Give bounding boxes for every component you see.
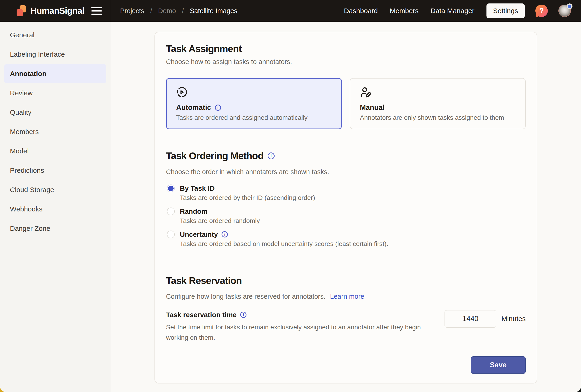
sidebar-item-quality[interactable]: Quality — [0, 103, 111, 122]
minutes-unit-label: Minutes — [502, 315, 526, 323]
ordering-radio-group: By Task ID Tasks are ordered by their ID… — [166, 185, 526, 248]
nav-members[interactable]: Members — [390, 7, 418, 15]
top-navigation: Dashboard Members Data Manager — [344, 7, 474, 15]
save-button[interactable]: Save — [471, 356, 526, 374]
assignment-option-cards: Automatic i Tasks are ordered and assign… — [166, 78, 526, 129]
notification-badge — [567, 3, 572, 9]
user-pen-icon — [360, 86, 372, 98]
sidebar-item-webhooks[interactable]: Webhooks — [0, 199, 111, 219]
brand-area: HumanSignal — [0, 0, 111, 22]
reservation-time-label: Task reservation time — [166, 311, 236, 319]
humansignal-logo-icon[interactable] — [15, 5, 27, 17]
sidebar-item-annotation[interactable]: Annotation — [4, 64, 106, 83]
manual-card-description: Annotators are only shown tasks assigned… — [360, 114, 516, 121]
radio-by-task-id[interactable] — [167, 185, 175, 192]
nav-settings-button[interactable]: Settings — [486, 3, 525, 18]
breadcrumb: Projects / Demo / Satellite Images — [120, 7, 238, 15]
random-label: Random — [180, 207, 208, 215]
reservation-time-info-icon[interactable]: i — [240, 312, 246, 318]
sidebar-item-labeling-interface[interactable]: Labeling Interface — [0, 45, 111, 64]
manual-card-title: Manual — [360, 103, 384, 112]
help-bubble-icon[interactable]: ? — [535, 4, 548, 17]
reservation-time-description: Set the time limit for tasks to remain e… — [166, 322, 438, 343]
task-reservation-subtitle-text: Configure how long tasks are reserved fo… — [166, 293, 326, 300]
task-assignment-title: Task Assignment — [166, 43, 526, 54]
nav-dashboard[interactable]: Dashboard — [344, 7, 378, 15]
random-description: Tasks are ordered randomly — [166, 217, 526, 224]
sidebar-item-model[interactable]: Model — [0, 141, 111, 161]
reservation-time-field-row: Task reservation time i Set the time lim… — [166, 311, 526, 343]
task-ordering-info-icon[interactable]: i — [268, 153, 274, 159]
sidebar-item-predictions[interactable]: Predictions — [0, 161, 111, 180]
settings-sidebar: General Labeling Interface Annotation Re… — [0, 22, 111, 392]
uncertainty-description: Tasks are ordered based on model uncerta… — [166, 240, 526, 248]
ordering-option-random: Random Tasks are ordered randomly — [166, 207, 526, 224]
reservation-time-input[interactable] — [444, 310, 496, 328]
brand-wordmark[interactable]: HumanSignal — [30, 6, 84, 16]
nav-data-manager[interactable]: Data Manager — [430, 7, 474, 15]
annotation-settings-panel: Task Assignment Choose how to assign tas… — [154, 32, 537, 384]
task-ordering-subtitle: Choose the order in which annotators are… — [166, 168, 526, 176]
by-task-id-description: Tasks are ordered by their ID (ascending… — [166, 194, 526, 201]
task-ordering-title: Task Ordering Method — [166, 150, 264, 162]
breadcrumb-separator: / — [182, 7, 184, 15]
task-reservation-subtitle: Configure how long tasks are reserved fo… — [166, 293, 526, 300]
learn-more-link[interactable]: Learn more — [330, 293, 364, 300]
sidebar-item-cloud-storage[interactable]: Cloud Storage — [0, 180, 111, 199]
ordering-option-uncertainty: Uncertainty i Tasks are ordered based on… — [166, 230, 526, 248]
uncertainty-label: Uncertainty — [180, 230, 218, 238]
task-reservation-title: Task Reservation — [166, 275, 526, 286]
task-assignment-subtitle: Choose how to assign tasks to annotators… — [166, 58, 526, 66]
ordering-option-by-task-id: By Task ID Tasks are ordered by their ID… — [166, 185, 526, 201]
top-header-bar: HumanSignal Projects / Demo / Satellite … — [0, 0, 581, 22]
sidebar-item-danger-zone[interactable]: Danger Zone — [0, 219, 111, 238]
sidebar-item-review[interactable]: Review — [0, 83, 111, 103]
radio-random[interactable] — [167, 207, 175, 215]
menu-toggle-button[interactable] — [91, 7, 102, 15]
assignment-card-automatic[interactable]: Automatic i Tasks are ordered and assign… — [166, 78, 342, 129]
by-task-id-label: By Task ID — [180, 185, 215, 192]
breadcrumb-separator: / — [150, 7, 152, 15]
breadcrumb-projects[interactable]: Projects — [120, 7, 144, 15]
automatic-card-title: Automatic — [176, 103, 211, 112]
app-window: HumanSignal Projects / Demo / Satellite … — [0, 0, 581, 392]
sidebar-item-members[interactable]: Members — [0, 122, 111, 141]
auto-play-icon — [176, 86, 188, 98]
user-avatar[interactable] — [558, 4, 571, 17]
breadcrumb-current-page: Satellite Images — [190, 7, 237, 15]
uncertainty-info-icon[interactable]: i — [222, 231, 228, 237]
automatic-card-description: Tasks are ordered and assigned automatic… — [176, 114, 332, 121]
radio-uncertainty[interactable] — [167, 230, 175, 238]
assignment-card-manual[interactable]: Manual Annotators are only shown tasks a… — [350, 78, 526, 129]
hamburger-icon — [91, 7, 102, 8]
sidebar-item-general[interactable]: General — [0, 25, 111, 45]
main-content-area: Task Assignment Choose how to assign tas… — [111, 22, 581, 392]
breadcrumb-project-name[interactable]: Demo — [158, 7, 176, 15]
automatic-info-icon[interactable]: i — [215, 105, 221, 111]
